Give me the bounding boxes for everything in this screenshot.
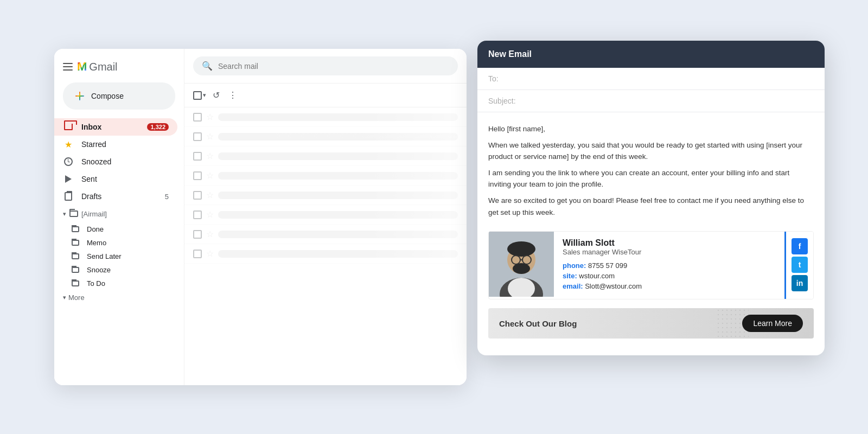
row-checkbox[interactable] — [193, 210, 202, 219]
sidebar-item-done[interactable]: Done — [54, 222, 177, 236]
star-button[interactable]: ☆ — [206, 131, 214, 142]
row-checkbox[interactable] — [193, 113, 202, 122]
star-button[interactable]: ☆ — [206, 112, 214, 122]
star-button[interactable]: ☆ — [206, 190, 214, 200]
table-row[interactable]: ☆ — [184, 107, 467, 127]
compose-subject-field[interactable]: Subject: — [477, 90, 825, 112]
compose-button[interactable]: Compose — [63, 82, 175, 110]
row-checkbox[interactable] — [193, 191, 202, 200]
sidebar-item-snoozed[interactable]: Snoozed — [54, 153, 177, 170]
snoozed-label: Snoozed — [81, 157, 111, 166]
sidebar-item-starred[interactable]: ★ Starred — [54, 136, 177, 153]
blog-banner: Check Out Our Blog Learn More — [488, 308, 814, 339]
gmail-window: M Gmail Compose Inbox 1,322 ★ — [54, 49, 467, 385]
sidebar-item-memo[interactable]: Memo — [54, 236, 177, 250]
signature-card: William Slott Sales manager WiseTour pho… — [488, 231, 814, 299]
svg-point-5 — [513, 263, 530, 274]
star-button[interactable]: ☆ — [206, 248, 214, 259]
compose-to-field[interactable]: To: — [477, 68, 825, 90]
compose-title: New Email — [488, 49, 532, 59]
sidebar-item-todo[interactable]: To Do — [54, 277, 177, 290]
email-toolbar: ▾ ↺ ⋮ — [184, 84, 467, 107]
email-para2: I am sending you the link to where you c… — [488, 167, 814, 190]
star-icon: ★ — [63, 139, 74, 150]
email-preview-bar — [218, 113, 458, 121]
hamburger-menu-icon[interactable] — [63, 63, 73, 71]
compose-window: New Email To: Subject: Hello [first name… — [477, 41, 825, 355]
email-preview-bar — [218, 133, 458, 141]
memo-folder-icon — [72, 240, 79, 246]
signature-info: William Slott Sales manager WiseTour pho… — [554, 232, 784, 299]
svg-point-4 — [507, 241, 535, 257]
table-row[interactable]: ☆ — [184, 205, 467, 225]
sidebar: M Gmail Compose Inbox 1,322 ★ — [54, 49, 184, 385]
airmail-label: [Airmail] — [81, 210, 107, 218]
todo-label: To Do — [87, 279, 105, 288]
send-later-folder-icon — [72, 253, 79, 259]
star-button[interactable]: ☆ — [206, 151, 214, 161]
snooze-label: Snooze — [87, 266, 111, 274]
sig-email: email: Slott@wstour.com — [563, 282, 776, 290]
row-checkbox[interactable] — [193, 152, 202, 161]
linkedin-button[interactable]: in — [792, 275, 808, 291]
compose-header: New Email — [477, 41, 825, 68]
expand-arrow-icon: ▾ — [63, 210, 66, 218]
email-para1: When we talked yesterday, you said that … — [488, 139, 814, 163]
row-checkbox[interactable] — [193, 171, 202, 180]
sidebar-item-sent[interactable]: Sent — [54, 170, 177, 188]
star-button[interactable]: ☆ — [206, 170, 214, 181]
sidebar-item-snooze[interactable]: Snooze — [54, 263, 177, 277]
inbox-badge: 1,322 — [147, 123, 169, 131]
select-all-checkbox[interactable] — [193, 91, 202, 100]
sent-icon — [63, 174, 74, 184]
learn-more-button[interactable]: Learn More — [742, 315, 803, 332]
signature-social: f t in — [784, 232, 813, 299]
star-button[interactable]: ☆ — [206, 229, 214, 239]
email-rows: ☆ ☆ ☆ ☆ ☆ — [184, 107, 467, 385]
sidebar-header: M Gmail — [54, 58, 184, 82]
select-dropdown-arrow[interactable]: ▾ — [203, 92, 206, 99]
email-preview-bar — [218, 192, 458, 199]
signature-avatar — [489, 232, 554, 297]
row-checkbox[interactable] — [193, 132, 202, 141]
table-row[interactable]: ☆ — [184, 244, 467, 264]
facebook-button[interactable]: f — [792, 238, 808, 254]
compose-body: Hello [first name], When we talked yeste… — [477, 112, 825, 349]
more-toolbar-button[interactable]: ⋮ — [226, 88, 239, 103]
refresh-button[interactable]: ↺ — [210, 88, 222, 103]
star-button[interactable]: ☆ — [206, 209, 214, 220]
sidebar-item-drafts[interactable]: Drafts 5 — [54, 188, 177, 205]
email-preview-bar — [218, 250, 458, 258]
email-preview-bar — [218, 211, 458, 219]
sig-phone: phone: 8755 57 099 — [563, 261, 776, 270]
email-greeting: Hello [first name], — [488, 123, 814, 135]
sidebar-item-send-later[interactable]: Send Later — [54, 250, 177, 263]
table-row[interactable]: ☆ — [184, 166, 467, 186]
table-row[interactable]: ☆ — [184, 127, 467, 146]
search-input[interactable] — [218, 62, 449, 71]
twitter-button[interactable]: t — [792, 257, 808, 273]
drafts-icon — [63, 191, 74, 202]
airmail-folder-toggle[interactable]: ▾ [Airmail] — [54, 205, 184, 222]
subject-label: Subject: — [488, 97, 516, 105]
table-row[interactable]: ☆ — [184, 146, 467, 166]
gmail-logo: M Gmail — [77, 60, 118, 74]
nav-item-left: Inbox — [63, 122, 101, 132]
drafts-label: Drafts — [81, 192, 101, 201]
more-label: More — [68, 293, 85, 302]
search-bar: 🔍 — [184, 49, 467, 84]
airmail-folder-icon — [68, 208, 79, 219]
row-checkbox[interactable] — [193, 230, 202, 239]
email-para3: We are so excited to get you on board! P… — [488, 195, 814, 218]
sidebar-item-inbox[interactable]: Inbox 1,322 — [54, 118, 177, 136]
memo-label: Memo — [87, 239, 106, 247]
gmail-m-icon: M — [77, 60, 87, 74]
email-list-area: 🔍 ▾ ↺ ⋮ ☆ ☆ — [184, 49, 467, 385]
row-checkbox[interactable] — [193, 250, 202, 258]
table-row[interactable]: ☆ — [184, 225, 467, 244]
search-input-wrap[interactable]: 🔍 — [193, 56, 458, 75]
drafts-count: 5 — [165, 193, 169, 201]
select-all-wrap: ▾ — [193, 91, 206, 100]
more-toggle[interactable]: ▾ More — [54, 290, 184, 305]
table-row[interactable]: ☆ — [184, 186, 467, 205]
